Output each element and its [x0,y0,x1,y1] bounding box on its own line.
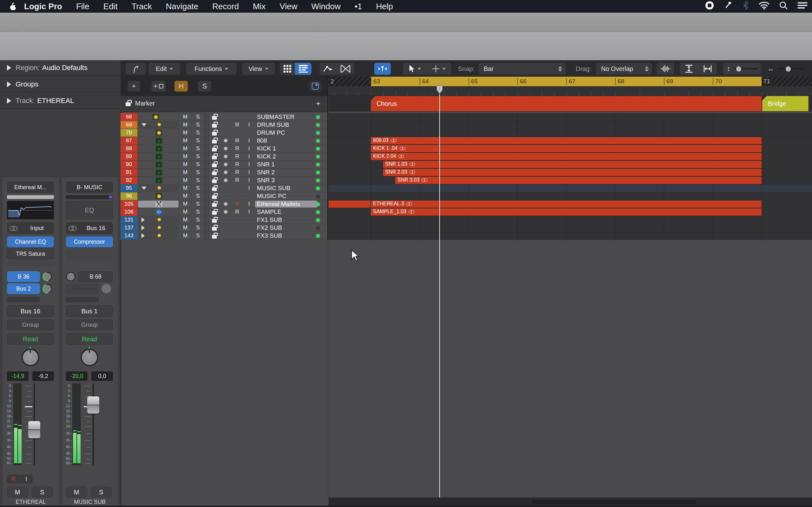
protect-lock-icon[interactable] [212,227,217,230]
eq-thumbnail[interactable] [7,201,54,219]
channel-setting-button[interactable]: Ethereal M... [7,182,54,193]
track-row-105[interactable]: 105MS❄RIEthereal Mallets [120,200,328,208]
track-row-90[interactable]: 90♪MS❄RISNR 1 [120,161,328,169]
crosshair-tool-button[interactable] [427,63,451,75]
send-knob[interactable] [43,284,52,293]
strip-solo-button[interactable]: S [32,487,53,498]
freeze-icon[interactable]: ❄ [220,153,231,160]
solo-button[interactable]: S [191,192,204,200]
send-knob[interactable] [43,272,52,281]
plugin-slot-channel-eq[interactable]: Channel EQ [7,236,54,247]
send-knob[interactable] [66,272,75,281]
marker-chorus[interactable]: Chorus [371,96,762,111]
solo-button[interactable]: S [191,113,204,121]
vertical-zoom-thumb[interactable] [736,66,741,72]
track-row-68[interactable]: 68MSSUBMASTER [120,113,328,121]
input-slot[interactable]: Bus 16 [66,222,113,234]
input-monitor-button[interactable]: I [244,121,254,129]
track-row-131[interactable]: 131MSFX1 SUB [120,216,328,224]
mute-button[interactable]: M [179,224,192,232]
track-on-dot[interactable] [316,123,320,127]
empty-send-stub[interactable] [7,297,40,302]
menu-item-view[interactable]: View [280,2,298,11]
lock-icon[interactable] [125,102,131,106]
automation-mode-slot[interactable]: Read [7,333,54,345]
track-on-dot[interactable] [316,210,320,214]
plugin-slot-tr5-satura[interactable]: TR5 Satura [7,248,54,259]
solo-button[interactable]: S [191,232,204,239]
track-name[interactable]: DRUM PC [257,129,317,136]
track-header-pane-button[interactable] [309,81,322,92]
track-row-92[interactable]: 92♪MS❄RISNR 3 [120,176,328,184]
mute-button[interactable]: M [179,208,192,216]
tool-icon[interactable] [724,1,733,12]
protect-lock-icon[interactable] [212,195,217,199]
horizontal-zoom-slider[interactable]: ↔ [766,63,806,75]
input-monitor-button[interactable]: I [244,208,254,216]
plugin-slot-compressor[interactable]: Compressor [66,236,113,247]
record-enable-button[interactable]: R [232,176,243,184]
mute-button[interactable]: M [179,169,192,176]
pan-knob[interactable] [21,349,39,366]
grid-view-button[interactable] [280,63,295,75]
protect-lock-icon[interactable] [212,171,217,175]
track-on-dot[interactable] [316,131,320,135]
mute-button[interactable]: M [179,137,192,145]
track-on-dot[interactable] [316,202,320,206]
disclosure-open-icon[interactable] [142,123,147,126]
mute-button[interactable]: M [179,161,192,168]
empty-send-stub[interactable] [66,297,99,302]
disclosure-closed-icon[interactable] [142,233,145,238]
freeze-icon[interactable]: ❄ [220,161,231,168]
add-marker-button[interactable]: + [316,99,320,108]
hide-tracks-button[interactable]: H [174,81,188,92]
horizontal-scrollbar[interactable] [531,500,697,504]
solo-button[interactable]: S [191,129,204,136]
track-stack-pill[interactable] [139,122,177,128]
track-on-dot[interactable] [316,186,320,190]
strip-name[interactable]: MUSIC SUB [61,499,118,506]
track-on-dot[interactable] [316,147,320,151]
solo-button[interactable]: S [191,153,204,160]
pan-value[interactable]: -9,2 [32,372,54,381]
protect-lock-icon[interactable] [212,124,217,127]
track-on-dot[interactable] [316,194,320,199]
volume-value[interactable]: -14,9 [7,372,29,381]
send-slot-bus-2[interactable]: Bus 2 [7,283,40,294]
add-track-button[interactable]: + [128,81,140,92]
track-name[interactable]: MUSIC SUB [257,184,317,192]
screen-recording-icon[interactable] [705,1,714,12]
track-stack-pill[interactable] [139,185,177,191]
track-row-96[interactable]: 96MSMUSIC PC [120,192,328,200]
stereo-format-icon[interactable] [10,226,17,231]
solo-button[interactable]: S [191,208,204,216]
vertical-fit-button[interactable] [680,63,698,75]
automation-mode-slot[interactable]: Read [66,333,113,345]
region-808-03[interactable]: 808.03 [371,137,762,145]
record-enable-button[interactable]: R [232,169,243,176]
stack-on-icon[interactable] [157,123,161,126]
menu-item-help[interactable]: Help [376,2,393,11]
pointer-tool-button[interactable] [403,63,427,75]
track-on-dot[interactable] [316,218,320,222]
region-sample-1-03[interactable]: SAMPLE_1.03 [371,209,762,216]
mute-button[interactable]: M [179,192,192,200]
record-enable-button[interactable]: R [232,161,243,168]
protect-lock-icon[interactable] [212,140,217,143]
region-kick-1-04[interactable]: KICK 1 .04 [371,145,762,153]
automation-button[interactable] [319,63,336,75]
record-enable-button[interactable]: R [232,200,243,208]
protect-lock-icon[interactable] [212,164,217,167]
track-on-dot[interactable] [316,155,320,159]
freeze-icon[interactable]: ❄ [220,208,231,216]
empty-plugin-slot[interactable] [66,249,113,260]
input-monitor-button[interactable]: I [244,169,254,176]
input-monitor-button[interactable]: I [244,184,254,192]
freeze-icon[interactable]: ❄ [220,169,231,176]
list-view-button[interactable] [295,63,311,75]
protect-lock-icon[interactable] [212,235,217,238]
track-name[interactable]: FX3 SUB [257,232,317,239]
edit-menu-button[interactable]: Edit [149,63,180,75]
track-on-dot[interactable] [316,178,320,182]
track-name[interactable]: DRUM SUB [257,121,317,129]
